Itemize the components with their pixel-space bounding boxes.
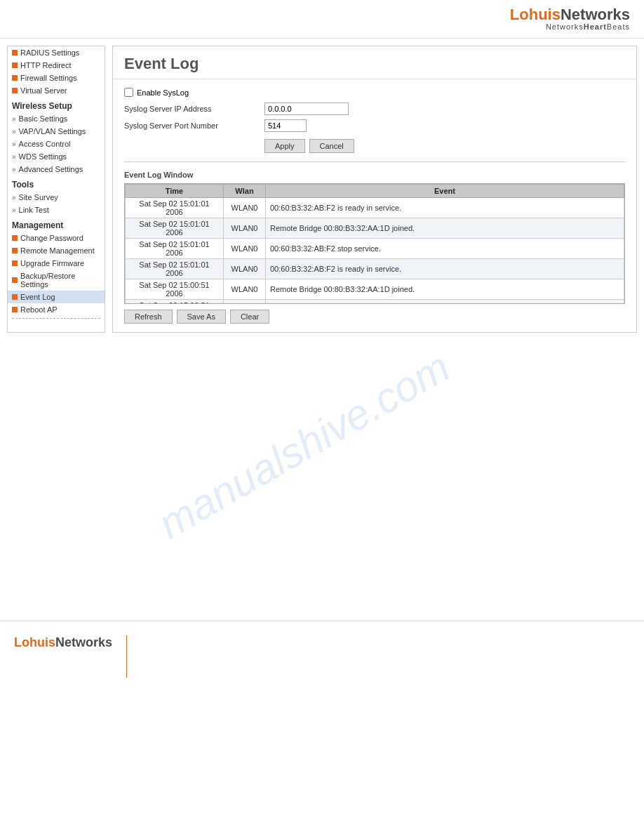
sidebar-label-change-pw: Change Password <box>20 234 83 242</box>
table-row: Sat Sep 02 15:00:51 2006WLAN000:60:B3:32… <box>126 300 624 304</box>
bullet-icon <box>12 62 18 68</box>
col-header-event: Event <box>266 185 624 198</box>
sidebar-label-reboot: Reboot AP <box>20 305 58 314</box>
event-log-buttons: Refresh Save As Clear <box>124 310 625 324</box>
cell-wlan: WLAN0 <box>224 300 266 304</box>
sidebar-item-backup-restore[interactable]: Backup/Restore Settings <box>8 270 105 291</box>
cell-time: Sat Sep 02 15:01:01 2006 <box>126 218 224 239</box>
sidebar-item-advanced-settings[interactable]: » Advanced Settings <box>8 163 105 176</box>
tagline-beats: Beats <box>607 22 630 31</box>
logo-lohuis: Lohuis <box>510 6 561 23</box>
sidebar-item-virtual-server[interactable]: Virtual Server <box>8 84 105 97</box>
cell-wlan: WLAN0 <box>224 198 266 218</box>
col-header-wlan: Wlan <box>224 185 266 198</box>
sidebar-label-upgrade: Upgrade Firmware <box>20 259 84 267</box>
cell-wlan: WLAN0 <box>224 218 266 239</box>
event-log-thead: Time Wlan Event <box>126 185 624 198</box>
sidebar-label-link-test: Link Test <box>19 206 49 214</box>
bullet-icon <box>12 235 18 241</box>
header: LohuisNetworks NetworksHeartBeats <box>0 0 644 39</box>
footer-logo: LohuisNetworks <box>14 635 112 650</box>
cell-wlan: WLAN0 <box>224 239 266 259</box>
sidebar-item-radius-settings[interactable]: RADIUS Settings <box>8 46 105 59</box>
cell-time: Sat Sep 02 15:00:51 2006 <box>126 300 224 304</box>
logo-networks: Networks <box>561 6 630 23</box>
sidebar-item-vap-vlan[interactable]: » VAP/VLAN Settings <box>8 125 105 138</box>
cancel-button[interactable]: Cancel <box>309 139 354 153</box>
enable-syslog-label: Enable SysLog <box>137 88 189 97</box>
sidebar-item-site-survey[interactable]: » Site Survey <box>8 191 105 204</box>
sidebar-label-access: Access Control <box>19 140 71 148</box>
event-log-header-row: Time Wlan Event <box>126 185 624 198</box>
sidebar-label-wds: WDS Settings <box>19 152 67 161</box>
cell-time: Sat Sep 02 15:00:51 2006 <box>126 279 224 300</box>
table-row: Sat Sep 02 15:01:01 2006WLAN000:60:B3:32… <box>126 259 624 279</box>
arrow-icon: » <box>12 206 16 214</box>
server-ip-input[interactable] <box>264 102 349 115</box>
sidebar-item-http-redirect[interactable]: HTTP Redirect <box>8 59 105 72</box>
sidebar-item-upgrade-firmware[interactable]: Upgrade Firmware <box>8 257 105 270</box>
server-port-input[interactable] <box>264 119 307 132</box>
sidebar-item-access-control[interactable]: » Access Control <box>8 138 105 150</box>
sidebar-label-site-survey: Site Survey <box>19 193 58 201</box>
sidebar-item-link-test[interactable]: » Link Test <box>8 204 105 216</box>
sidebar-label-backup: Backup/Restore Settings <box>20 272 100 289</box>
arrow-icon: » <box>12 194 16 201</box>
bullet-icon <box>12 307 18 312</box>
arrow-icon: » <box>12 153 16 161</box>
bullet-icon <box>12 50 18 55</box>
event-log-scroll[interactable]: Time Wlan Event Sat Sep 02 15:01:01 2006… <box>125 184 624 303</box>
bullet-icon <box>12 277 18 283</box>
sidebar-item-remote-management[interactable]: Remote Management <box>8 244 105 257</box>
sidebar-divider <box>12 318 100 319</box>
server-port-row: Syslog Server Port Number <box>124 119 625 132</box>
cell-event: 00:60:B3:32:AB:F2 stop service. <box>266 239 624 259</box>
sidebar-label-basic: Basic Settings <box>19 114 68 123</box>
section-management: Management <box>8 216 105 232</box>
content-area: Event Log Enable SysLog Syslog Server IP… <box>112 46 637 333</box>
footer: LohuisNetworks <box>0 621 644 691</box>
table-row: Sat Sep 02 15:01:01 2006WLAN000:60:B3:32… <box>126 239 624 259</box>
sidebar-item-firewall-settings[interactable]: Firewall Settings <box>8 72 105 84</box>
sidebar-label-virtual: Virtual Server <box>20 86 67 95</box>
syslog-form-buttons: Apply Cancel <box>124 139 625 153</box>
clear-button[interactable]: Clear <box>230 310 269 324</box>
footer-logo-lohuis: Lohuis <box>14 635 55 649</box>
sidebar: RADIUS Settings HTTP Redirect Firewall S… <box>7 46 105 333</box>
watermark: manualshive.com <box>150 343 458 548</box>
event-log-window-title: Event Log Window <box>124 171 625 179</box>
server-ip-row: Syslog Server IP Address <box>124 102 625 115</box>
arrow-icon: » <box>12 140 16 148</box>
section-wireless-setup: Wireless Setup <box>8 97 105 112</box>
tagline-heart: Heart <box>584 22 607 31</box>
sidebar-label-http: HTTP Redirect <box>20 61 72 70</box>
enable-syslog-checkbox[interactable] <box>124 88 133 97</box>
cell-event: Remote Bridge 00:80:B3:32:AA:1D joined. <box>266 218 624 239</box>
save-as-button[interactable]: Save As <box>177 310 226 324</box>
sidebar-item-reboot-ap[interactable]: Reboot AP <box>8 303 105 316</box>
event-log-table-wrapper: Time Wlan Event Sat Sep 02 15:01:01 2006… <box>124 183 625 304</box>
refresh-button[interactable]: Refresh <box>124 310 173 324</box>
cell-event: Remote Bridge 00:80:B3:32:AA:1D joined. <box>266 279 624 300</box>
page-title: Event Log <box>113 46 636 79</box>
sidebar-item-wds-settings[interactable]: » WDS Settings <box>8 150 105 163</box>
sidebar-scroll: RADIUS Settings HTTP Redirect Firewall S… <box>8 46 105 327</box>
server-ip-label: Syslog Server IP Address <box>124 105 264 113</box>
tagline-networks: Networks <box>546 22 584 31</box>
bullet-icon <box>12 75 18 81</box>
server-port-label: Syslog Server Port Number <box>124 121 264 130</box>
bullet-icon <box>12 294 18 300</box>
sidebar-item-change-password[interactable]: Change Password <box>8 232 105 244</box>
logo-tagline: NetworksHeartBeats <box>510 22 630 31</box>
footer-divider <box>126 635 127 677</box>
header-logo: LohuisNetworks <box>510 7 630 22</box>
apply-button[interactable]: Apply <box>264 139 305 153</box>
arrow-icon: » <box>12 115 16 123</box>
sidebar-item-event-log[interactable]: Event Log <box>8 291 105 303</box>
cell-wlan: WLAN0 <box>224 259 266 279</box>
sidebar-item-basic-settings[interactable]: » Basic Settings <box>8 112 105 125</box>
bullet-icon <box>12 248 18 253</box>
event-log-tbody: Sat Sep 02 15:01:01 2006WLAN000:60:B3:32… <box>126 198 624 304</box>
logo-container: LohuisNetworks NetworksHeartBeats <box>510 7 630 31</box>
bullet-icon <box>12 260 18 266</box>
